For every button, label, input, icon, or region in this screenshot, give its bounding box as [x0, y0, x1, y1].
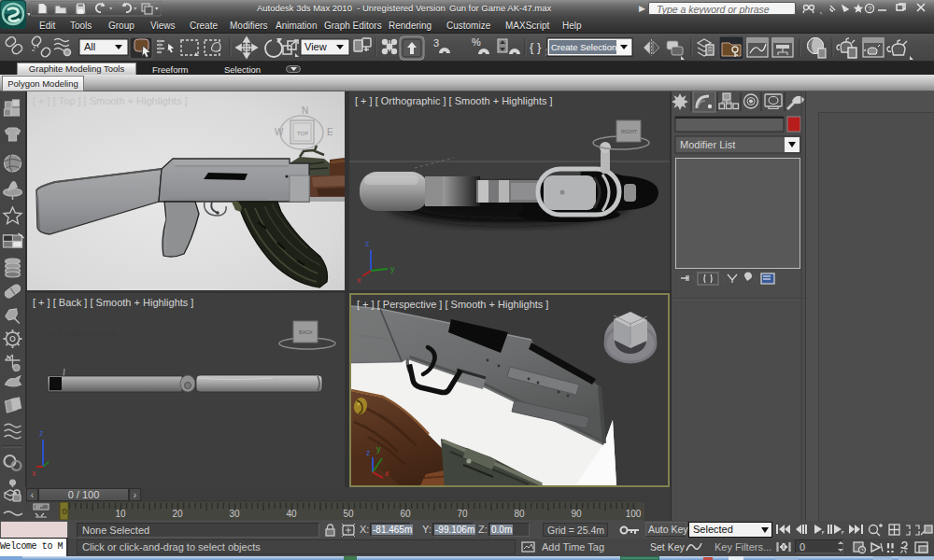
- svg-text:0: 0: [63, 507, 67, 516]
- svg-text:x: x: [385, 469, 389, 478]
- svg-text:1 + 1 1 Back 1 f Smooth: 1 + 1 1 Back 1 f Smooth: [48, 330, 118, 337]
- svg-text:N: N: [302, 105, 308, 116]
- svg-text:%: %: [472, 36, 481, 48]
- svg-text:y: y: [376, 444, 381, 454]
- svg-text:?: ?: [868, 5, 872, 13]
- svg-text:100: 100: [626, 509, 642, 519]
- svg-text:Create Selection Se: Create Selection Se: [551, 42, 630, 52]
- svg-text:80: 80: [514, 509, 525, 519]
- svg-text:E: E: [327, 127, 333, 137]
- svg-text:z: z: [39, 428, 44, 438]
- svg-text:90: 90: [571, 509, 582, 519]
- svg-text:3: 3: [433, 37, 439, 49]
- svg-text:70: 70: [457, 509, 468, 519]
- svg-text:W: W: [275, 127, 284, 137]
- svg-text:All: All: [84, 41, 95, 52]
- svg-text:TOP: TOP: [297, 131, 308, 136]
- svg-text:Modifier List: Modifier List: [680, 139, 735, 150]
- svg-text:x: x: [32, 469, 36, 478]
- svg-text:RIGHT: RIGHT: [621, 129, 638, 134]
- svg-text:50: 50: [343, 509, 354, 519]
- svg-text:60: 60: [400, 509, 411, 519]
- svg-text:40: 40: [286, 509, 297, 519]
- svg-text:z: z: [366, 448, 371, 457]
- svg-text:20: 20: [172, 509, 183, 519]
- svg-text:x: x: [357, 275, 361, 285]
- svg-text:{ }: { }: [530, 40, 542, 54]
- svg-text:10: 10: [115, 509, 126, 519]
- svg-text:30: 30: [229, 509, 240, 519]
- svg-text:y: y: [390, 264, 395, 273]
- svg-text:z: z: [365, 239, 370, 248]
- svg-text:BACK: BACK: [299, 329, 313, 335]
- svg-text:View: View: [304, 41, 327, 52]
